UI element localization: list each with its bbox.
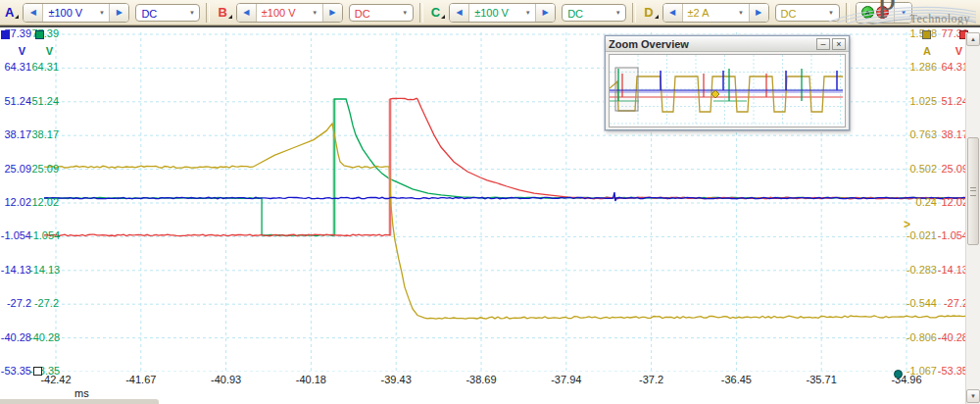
y-tick-label: 77.39 <box>29 27 59 40</box>
channel-b-block: B◀±100 V▼▶DC▼ <box>216 0 428 25</box>
toolbar-separator <box>846 3 850 23</box>
y-tick-label: -0.283 <box>906 264 937 277</box>
y-tick-label: 38.17 <box>0 128 31 141</box>
zoom-overview-titlebar[interactable]: Zoom Overview – × <box>606 36 849 52</box>
axis-a-top-handle[interactable] <box>1 30 10 39</box>
axis-c-bottom-handle[interactable] <box>33 367 42 376</box>
y-tick-label: -14.13 <box>29 264 59 277</box>
zoom-overview-window: Zoom Overview – × <box>605 35 850 130</box>
x-tick-label: -37.2 <box>624 374 679 385</box>
channel-C-range-up-button[interactable]: ▶ <box>535 4 555 22</box>
y-tick-label: -1.054 <box>0 229 31 242</box>
vertical-scrollbar[interactable]: ▲ ▼ <box>965 32 980 404</box>
y-tick-label: 64.31 <box>937 61 968 74</box>
channel-B-coupling-select[interactable]: DC▼ <box>349 4 414 22</box>
channel-controls: A◀±100 V▼▶DC▼B◀±100 V▼▶DC▼C◀±100 V▼▶DC▼D… <box>3 0 856 25</box>
y-tick-label: -40.28 <box>0 331 31 344</box>
b-scale-badge: x1.0 <box>938 388 963 399</box>
scroll-thumb[interactable] <box>967 137 979 245</box>
channel-D-range-group: ◀±2 A▼▶ <box>662 3 769 23</box>
toolbar-separator <box>419 3 423 23</box>
channel-d-block: D◀±2 A▼▶DC▼ <box>642 0 855 25</box>
zoom-overview-title: Zoom Overview <box>609 38 814 50</box>
axis-d-top-handle[interactable] <box>922 30 931 39</box>
axis-d-bottom-handle[interactable] <box>894 370 903 379</box>
channel-A-coupling-select[interactable]: DC▼ <box>135 4 200 22</box>
chevron-down-icon: ▼ <box>186 5 197 21</box>
y-tick-label: 25.09 <box>29 163 59 176</box>
y-tick-label: 1.025 <box>906 95 937 108</box>
channel-B-menu[interactable]: B <box>218 5 231 20</box>
y-tick-label: -27.2 <box>0 297 31 310</box>
led-button-group: A B ▼ <box>856 2 912 24</box>
y-tick-label: -40.28 <box>29 331 59 344</box>
time-unit-label: ms <box>74 387 89 399</box>
axis-c-top-handle[interactable] <box>35 30 44 39</box>
chevron-down-icon: ▼ <box>826 5 837 21</box>
channel-D-menu[interactable]: D <box>644 5 658 20</box>
channel-a-led-icon: A <box>861 6 874 19</box>
zoom-overview-minimap[interactable] <box>610 55 843 125</box>
y-tick-label: -40.28 <box>937 331 968 344</box>
channel-D-range-up-button[interactable]: ▶ <box>749 4 768 22</box>
channel-C-range-select[interactable]: ±100 V▼ <box>469 4 535 22</box>
y-tick-label: 12.02 <box>0 196 31 209</box>
channel-A-range-down-button[interactable]: ◀ <box>24 4 43 22</box>
y-tick-label: 1.286 <box>906 61 937 74</box>
channel-D-range-select[interactable]: ±2 A▼ <box>683 4 749 22</box>
channel-A-range-select[interactable]: ±100 V▼ <box>43 4 109 22</box>
y-tick-label: -0.544 <box>906 297 937 310</box>
channel-a-block: A◀±100 V▼▶DC▼ <box>3 0 216 25</box>
y-tick-label: 0.24 <box>906 196 937 209</box>
channel-D-coupling-select[interactable]: DC▼ <box>775 4 840 22</box>
y-tick-label: 64.31 <box>0 61 31 74</box>
scroll-up-button[interactable]: ▲ <box>966 32 980 46</box>
y-tick-label: -27.2 <box>29 297 59 310</box>
channel-B-range-select[interactable]: ±100 V▼ <box>257 4 322 22</box>
toolbar-separator <box>206 3 210 23</box>
logo-text: Technology <box>910 12 970 25</box>
channel-C-range-group: ◀±100 V▼▶ <box>449 3 556 23</box>
y-tick-label: 51.24 <box>937 95 968 108</box>
y-axis-unit-label: A <box>906 45 931 58</box>
y-tick-label: -1.054 <box>937 229 968 242</box>
channel-C-menu[interactable]: C <box>431 5 445 20</box>
y-tick-label: -27.2 <box>937 297 968 310</box>
y-tick-label: 38.17 <box>29 128 59 141</box>
chevron-down-icon: ▼ <box>96 4 107 22</box>
menu-corner-icon <box>228 15 232 19</box>
y-tick-label: 64.31 <box>29 61 59 74</box>
minimize-button[interactable]: – <box>816 38 830 50</box>
channel-d-zero-marker-icon[interactable]: > <box>904 218 910 231</box>
y-tick-label: -0.021 <box>906 229 937 242</box>
d-scale-badge: x1.0 <box>906 388 935 399</box>
channel-B-range-down-button[interactable]: ◀ <box>237 4 257 22</box>
channel-A-range-group: ◀±100 V▼▶ <box>23 3 129 23</box>
y-axis-unit-label: V <box>29 45 53 58</box>
a-scale-badge: x1.0 <box>2 388 31 399</box>
picoscope-window: A◀±100 V▼▶DC▼B◀±100 V▼▶DC▼C◀±100 V▼▶DC▼D… <box>0 0 980 404</box>
channel-C-range-down-button[interactable]: ◀ <box>450 4 469 22</box>
channel-A-range-up-button[interactable]: ▶ <box>109 4 128 22</box>
menu-corner-icon <box>441 15 445 19</box>
led-dropdown-button[interactable]: ▼ <box>894 3 911 23</box>
channel-C-coupling-select[interactable]: DC▼ <box>562 4 626 22</box>
channel-toolbar: A◀±100 V▼▶DC▼B◀±100 V▼▶DC▼C◀±100 V▼▶DC▼D… <box>0 0 980 25</box>
chevron-down-icon: ▼ <box>736 4 747 22</box>
window-edge <box>0 399 159 404</box>
channel-A-menu[interactable]: A <box>5 5 19 20</box>
close-button[interactable]: × <box>832 38 846 50</box>
channel-c-block: C◀±100 V▼▶DC▼ <box>429 0 642 25</box>
y-tick-label: -14.13 <box>0 264 31 277</box>
y-tick-label: -53.35 <box>937 365 968 378</box>
channel-D-range-down-button[interactable]: ◀ <box>663 4 683 22</box>
y-tick-label: -0.806 <box>906 331 937 344</box>
scroll-down-button[interactable]: ▼ <box>966 389 980 403</box>
y-tick-label: 25.09 <box>0 163 31 176</box>
channel-leds-button[interactable]: A B <box>857 3 894 23</box>
channel-B-range-up-button[interactable]: ▶ <box>322 4 342 22</box>
scroll-grip-icon <box>970 187 976 196</box>
y-tick-label: 38.17 <box>937 128 968 141</box>
x-tick-label: -40.18 <box>283 374 338 385</box>
zoom-overview-body <box>609 54 846 127</box>
